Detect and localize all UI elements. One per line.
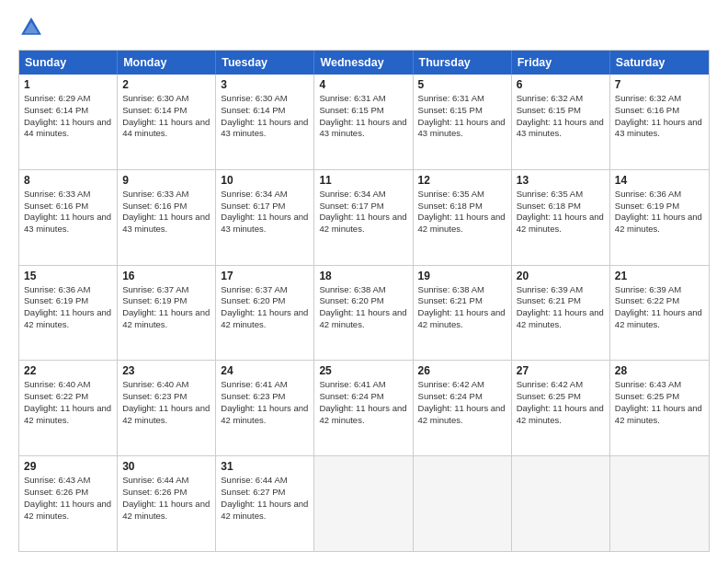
day-cell-23: 23Sunrise: 6:40 AMSunset: 6:23 PMDayligh… — [118, 361, 216, 455]
day-header-thursday: Thursday — [414, 51, 512, 75]
day-info: Sunrise: 6:33 AMSunset: 6:16 PMDaylight:… — [24, 189, 112, 236]
day-cell-6: 6Sunrise: 6:32 AMSunset: 6:15 PMDaylight… — [512, 75, 610, 169]
day-info: Sunrise: 6:39 AMSunset: 6:21 PMDaylight:… — [517, 284, 605, 331]
day-number: 27 — [517, 364, 605, 377]
day-cell-26: 26Sunrise: 6:42 AMSunset: 6:24 PMDayligh… — [414, 361, 512, 455]
calendar-body: 1Sunrise: 6:29 AMSunset: 6:14 PMDaylight… — [19, 75, 709, 551]
day-info: Sunrise: 6:44 AMSunset: 6:27 PMDaylight:… — [221, 475, 309, 522]
day-number: 6 — [517, 78, 605, 91]
logo-icon — [18, 15, 44, 40]
page: SundayMondayTuesdayWednesdayThursdayFrid… — [0, 0, 728, 563]
day-info: Sunrise: 6:37 AMSunset: 6:20 PMDaylight:… — [221, 284, 309, 331]
day-info: Sunrise: 6:29 AMSunset: 6:14 PMDaylight:… — [24, 93, 112, 140]
day-cell-15: 15Sunrise: 6:36 AMSunset: 6:19 PMDayligh… — [19, 266, 118, 361]
day-info: Sunrise: 6:33 AMSunset: 6:16 PMDaylight:… — [122, 189, 210, 236]
day-number: 5 — [418, 78, 506, 91]
day-cell-3: 3Sunrise: 6:30 AMSunset: 6:14 PMDaylight… — [216, 75, 314, 169]
day-number: 17 — [221, 270, 309, 282]
calendar-row-2: 8Sunrise: 6:33 AMSunset: 6:16 PMDaylight… — [19, 169, 709, 265]
day-info: Sunrise: 6:43 AMSunset: 6:25 PMDaylight:… — [615, 379, 704, 426]
day-number: 19 — [418, 270, 506, 282]
day-number: 12 — [418, 174, 506, 187]
day-number: 22 — [24, 364, 112, 377]
day-cell-2: 2Sunrise: 6:30 AMSunset: 6:14 PMDaylight… — [118, 75, 216, 169]
day-cell-18: 18Sunrise: 6:38 AMSunset: 6:20 PMDayligh… — [314, 266, 413, 361]
day-cell-1: 1Sunrise: 6:29 AMSunset: 6:14 PMDaylight… — [19, 75, 118, 169]
day-cell-14: 14Sunrise: 6:36 AMSunset: 6:19 PMDayligh… — [610, 170, 709, 265]
day-cell-28: 28Sunrise: 6:43 AMSunset: 6:25 PMDayligh… — [610, 361, 709, 455]
day-info: Sunrise: 6:41 AMSunset: 6:24 PMDaylight:… — [319, 379, 407, 426]
empty-cell — [414, 456, 512, 551]
calendar-row-1: 1Sunrise: 6:29 AMSunset: 6:14 PMDaylight… — [19, 75, 709, 169]
day-cell-20: 20Sunrise: 6:39 AMSunset: 6:21 PMDayligh… — [512, 266, 610, 361]
day-info: Sunrise: 6:31 AMSunset: 6:15 PMDaylight:… — [319, 93, 407, 140]
day-number: 30 — [122, 460, 210, 473]
day-number: 11 — [319, 174, 407, 187]
day-info: Sunrise: 6:39 AMSunset: 6:22 PMDaylight:… — [615, 284, 704, 331]
day-number: 1 — [24, 78, 112, 91]
day-info: Sunrise: 6:37 AMSunset: 6:19 PMDaylight:… — [122, 284, 210, 331]
day-number: 8 — [24, 174, 112, 187]
day-cell-19: 19Sunrise: 6:38 AMSunset: 6:21 PMDayligh… — [414, 266, 512, 361]
day-info: Sunrise: 6:38 AMSunset: 6:20 PMDaylight:… — [319, 284, 407, 331]
logo — [18, 15, 48, 40]
day-number: 24 — [221, 364, 309, 377]
day-number: 10 — [221, 174, 309, 187]
day-cell-10: 10Sunrise: 6:34 AMSunset: 6:17 PMDayligh… — [216, 170, 314, 265]
day-number: 2 — [122, 78, 210, 91]
calendar-header: SundayMondayTuesdayWednesdayThursdayFrid… — [19, 51, 709, 75]
calendar-row-5: 29Sunrise: 6:43 AMSunset: 6:26 PMDayligh… — [19, 455, 709, 551]
day-number: 18 — [319, 270, 407, 282]
day-number: 25 — [319, 364, 407, 377]
day-number: 16 — [122, 270, 210, 282]
day-number: 28 — [615, 364, 704, 377]
day-info: Sunrise: 6:44 AMSunset: 6:26 PMDaylight:… — [122, 475, 210, 522]
day-info: Sunrise: 6:32 AMSunset: 6:16 PMDaylight:… — [615, 93, 704, 140]
day-info: Sunrise: 6:40 AMSunset: 6:23 PMDaylight:… — [122, 379, 210, 426]
calendar-row-3: 15Sunrise: 6:36 AMSunset: 6:19 PMDayligh… — [19, 265, 709, 361]
day-info: Sunrise: 6:35 AMSunset: 6:18 PMDaylight:… — [517, 189, 605, 236]
day-number: 15 — [24, 270, 112, 282]
day-info: Sunrise: 6:41 AMSunset: 6:23 PMDaylight:… — [221, 379, 309, 426]
day-header-monday: Monday — [118, 51, 216, 75]
day-number: 4 — [319, 78, 407, 91]
day-number: 26 — [418, 364, 506, 377]
day-info: Sunrise: 6:42 AMSunset: 6:24 PMDaylight:… — [418, 379, 506, 426]
day-info: Sunrise: 6:40 AMSunset: 6:22 PMDaylight:… — [24, 379, 112, 426]
day-number: 21 — [615, 270, 704, 282]
day-number: 13 — [517, 174, 605, 187]
day-info: Sunrise: 6:30 AMSunset: 6:14 PMDaylight:… — [122, 93, 210, 140]
day-cell-11: 11Sunrise: 6:34 AMSunset: 6:17 PMDayligh… — [314, 170, 413, 265]
day-info: Sunrise: 6:34 AMSunset: 6:17 PMDaylight:… — [319, 189, 407, 236]
day-cell-8: 8Sunrise: 6:33 AMSunset: 6:16 PMDaylight… — [19, 170, 118, 265]
calendar: SundayMondayTuesdayWednesdayThursdayFrid… — [18, 50, 710, 552]
day-cell-27: 27Sunrise: 6:42 AMSunset: 6:25 PMDayligh… — [512, 361, 610, 455]
empty-cell — [610, 456, 709, 551]
day-header-tuesday: Tuesday — [216, 51, 314, 75]
day-cell-22: 22Sunrise: 6:40 AMSunset: 6:22 PMDayligh… — [19, 361, 118, 455]
day-number: 7 — [615, 78, 704, 91]
day-cell-25: 25Sunrise: 6:41 AMSunset: 6:24 PMDayligh… — [314, 361, 413, 455]
day-info: Sunrise: 6:32 AMSunset: 6:15 PMDaylight:… — [517, 93, 605, 140]
header — [18, 15, 710, 40]
day-cell-12: 12Sunrise: 6:35 AMSunset: 6:18 PMDayligh… — [414, 170, 512, 265]
day-number: 20 — [517, 270, 605, 282]
day-info: Sunrise: 6:36 AMSunset: 6:19 PMDaylight:… — [615, 189, 704, 236]
day-header-wednesday: Wednesday — [314, 51, 413, 75]
day-number: 14 — [615, 174, 704, 187]
day-cell-29: 29Sunrise: 6:43 AMSunset: 6:26 PMDayligh… — [19, 456, 118, 551]
day-cell-9: 9Sunrise: 6:33 AMSunset: 6:16 PMDaylight… — [118, 170, 216, 265]
day-info: Sunrise: 6:38 AMSunset: 6:21 PMDaylight:… — [418, 284, 506, 331]
day-cell-24: 24Sunrise: 6:41 AMSunset: 6:23 PMDayligh… — [216, 361, 314, 455]
calendar-row-4: 22Sunrise: 6:40 AMSunset: 6:22 PMDayligh… — [19, 360, 709, 455]
day-info: Sunrise: 6:43 AMSunset: 6:26 PMDaylight:… — [24, 475, 112, 522]
empty-cell — [314, 456, 413, 551]
day-info: Sunrise: 6:31 AMSunset: 6:15 PMDaylight:… — [418, 93, 506, 140]
day-cell-13: 13Sunrise: 6:35 AMSunset: 6:18 PMDayligh… — [512, 170, 610, 265]
day-info: Sunrise: 6:30 AMSunset: 6:14 PMDaylight:… — [221, 93, 309, 140]
day-cell-7: 7Sunrise: 6:32 AMSunset: 6:16 PMDaylight… — [610, 75, 709, 169]
day-header-saturday: Saturday — [610, 51, 709, 75]
day-number: 29 — [24, 460, 112, 473]
day-info: Sunrise: 6:42 AMSunset: 6:25 PMDaylight:… — [517, 379, 605, 426]
day-info: Sunrise: 6:34 AMSunset: 6:17 PMDaylight:… — [221, 189, 309, 236]
